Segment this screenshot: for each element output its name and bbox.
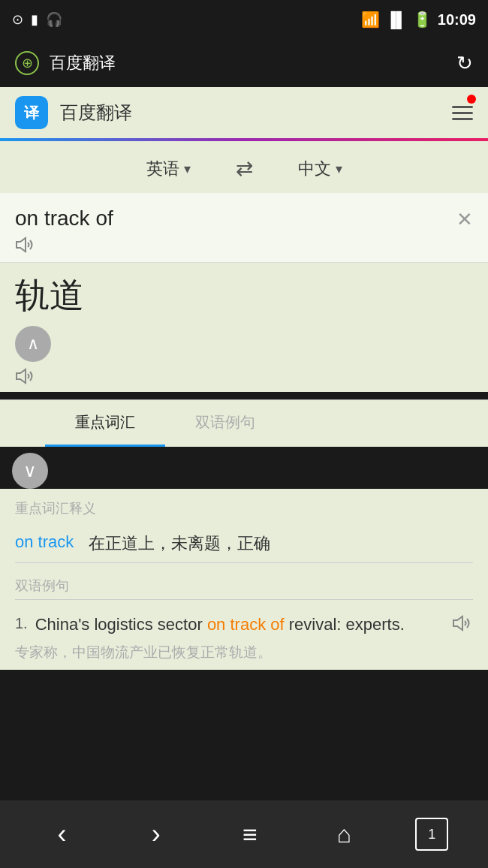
example-en-part2: revival: experts.: [285, 615, 405, 634]
main-scroll: 译 百度翻译 英语 ▾ ⇄ 中文 ▾ on track of: [0, 87, 488, 800]
down-arrow-container: ∨: [0, 447, 488, 489]
status-time: 10:09: [438, 11, 476, 29]
example-en-part1: China's logistics sector: [35, 615, 207, 634]
svg-marker-0: [17, 238, 26, 252]
dict-section-label: 重点词汇释义: [15, 495, 473, 525]
target-lang-arrow: ▾: [336, 161, 342, 177]
menu-line-2: [452, 112, 473, 114]
tab-keywords[interactable]: 重点词汇: [45, 400, 165, 447]
swap-language-button[interactable]: ⇄: [236, 156, 253, 181]
source-language-button[interactable]: 英语 ▾: [146, 158, 191, 180]
source-lang-arrow: ▾: [184, 161, 191, 177]
menu-line-3: [452, 118, 473, 120]
app-header: 译 百度翻译: [0, 87, 488, 138]
refresh-icon[interactable]: ↻: [456, 52, 473, 75]
collapse-button[interactable]: ∧: [15, 326, 51, 362]
nav-back-button[interactable]: ‹: [40, 812, 85, 857]
status-icon-battery: ▮: [31, 11, 38, 28]
tabs-row: 重点词汇 双语例句: [0, 400, 488, 447]
input-area: on track of ✕: [0, 193, 488, 263]
dictionary-section: 重点词汇释义 on track 在正道上，未离题，正确: [0, 489, 488, 563]
nav-tab-count: 1: [428, 827, 435, 842]
app-logo: 译: [15, 96, 48, 129]
status-battery-icon: 🔋: [413, 11, 432, 29]
clear-input-button[interactable]: ✕: [456, 208, 473, 231]
input-sound-button[interactable]: [15, 232, 446, 253]
example-chinese: 专家称，中国物流产业已恢复正常轨道。: [15, 643, 473, 663]
notification-dot: [467, 95, 476, 104]
app-titlebar-title: 百度翻译: [50, 52, 456, 74]
expand-button[interactable]: ∨: [12, 453, 48, 489]
status-wifi-icon: 📶: [361, 11, 380, 29]
nav-bar: ‹ › ≡ ⌂ 1: [0, 800, 488, 868]
source-lang-label: 英语: [146, 158, 179, 180]
example-item-1: 1. China's logistics sector on track of …: [15, 600, 473, 671]
translation-result: 轨道: [15, 275, 84, 316]
globe-icon: ⊕: [15, 51, 39, 75]
dict-term: on track: [15, 532, 74, 552]
tabs-area: 重点词汇 双语例句: [0, 399, 488, 447]
app-header-title: 百度翻译: [60, 101, 452, 125]
status-signal-icon: ▐▌: [386, 11, 407, 29]
language-selector-row: 英语 ▾ ⇄ 中文 ▾: [0, 141, 488, 193]
input-text[interactable]: on track of: [15, 205, 446, 232]
tab-bilingual[interactable]: 双语例句: [165, 400, 285, 447]
nav-forward-button[interactable]: ›: [134, 812, 179, 857]
status-left-icons: ⊙ ▮ 🎧: [12, 11, 62, 28]
target-lang-label: 中文: [298, 158, 331, 180]
example-sound-button[interactable]: [452, 613, 473, 638]
bottom-padding: [0, 670, 488, 745]
nav-tabs-button[interactable]: 1: [415, 818, 448, 851]
status-bar: ⊙ ▮ 🎧 📶 ▐▌ 🔋 10:09: [0, 0, 488, 39]
target-language-button[interactable]: 中文 ▾: [298, 158, 342, 180]
status-icon-circle: ⊙: [12, 11, 23, 28]
status-icon-headphone: 🎧: [46, 11, 62, 28]
nav-menu-button[interactable]: ≡: [227, 812, 273, 857]
result-area: 轨道 ∧: [0, 263, 488, 391]
examples-section: 双语例句 1. China's logistics sector on trac…: [0, 563, 488, 671]
dict-entry: on track 在正道上，未离题，正确: [15, 525, 473, 563]
result-sound-button[interactable]: [15, 362, 84, 384]
menu-button[interactable]: [452, 106, 473, 120]
examples-label: 双语例句: [15, 569, 473, 600]
app-titlebar: ⊕ 百度翻译 ↻: [0, 39, 488, 87]
svg-marker-1: [17, 369, 26, 383]
dict-definition: 在正道上，未离题，正确: [89, 532, 270, 555]
status-right: 📶 ▐▌ 🔋 10:09: [361, 11, 477, 29]
menu-line-1: [452, 106, 473, 108]
svg-marker-2: [453, 616, 462, 630]
example-highlight: on track of: [207, 615, 285, 634]
example-english-text: China's logistics sector on track of rev…: [35, 612, 444, 637]
example-number: 1.: [15, 612, 28, 634]
example-english: 1. China's logistics sector on track of …: [15, 612, 473, 638]
nav-home-button[interactable]: ⌂: [321, 812, 366, 857]
